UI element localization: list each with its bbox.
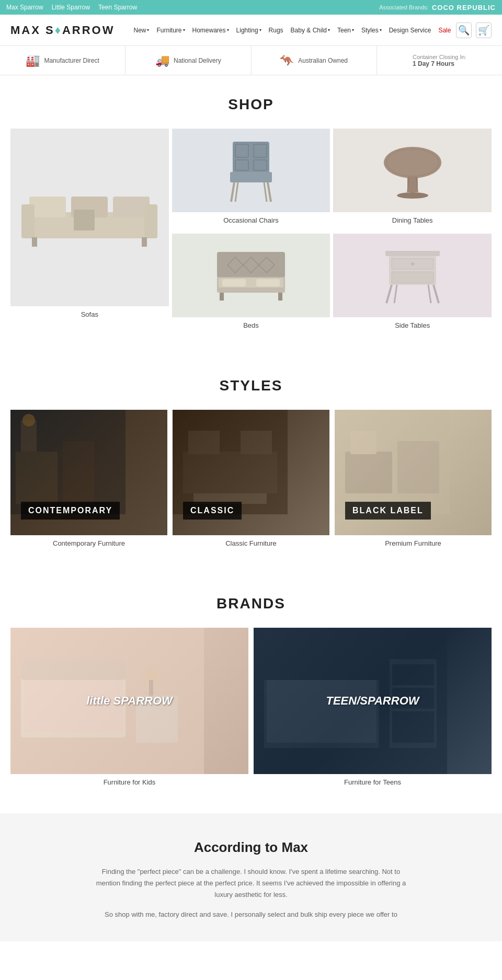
- little-sparrow-image: little SPARROW: [10, 628, 248, 774]
- black-label-illustration: [335, 410, 450, 514]
- little-sparrow-overlay: little SPARROW: [86, 694, 173, 708]
- nav-item-styles[interactable]: Styles ▾: [358, 25, 385, 36]
- top-bar: Max Sparrow Little Sparrow Teen Sparrow …: [0, 0, 502, 15]
- nav-item-new[interactable]: New ▾: [130, 25, 152, 36]
- black-label-overlay: BLACK LABEL: [345, 502, 431, 520]
- svg-rect-53: [188, 431, 220, 454]
- side-table-illustration: [381, 246, 444, 306]
- svg-rect-37: [385, 251, 440, 256]
- svg-rect-57: [345, 452, 392, 493]
- according-title: According to Max: [42, 839, 460, 856]
- svg-point-21: [384, 147, 441, 178]
- style-item-black-label[interactable]: BLACK LABEL Premium Furniture: [335, 410, 492, 554]
- shop-item-dining-tables[interactable]: Dining Tables: [333, 129, 492, 230]
- shop-grid: Sofas: [10, 129, 492, 336]
- svg-rect-36: [278, 293, 282, 301]
- svg-rect-69: [264, 654, 379, 680]
- dining-tables-image: [333, 129, 492, 212]
- teen-sparrow-image: TEEN/SPARROW: [254, 628, 492, 774]
- svg-rect-16: [230, 172, 272, 182]
- chevron-down-icon: ▾: [147, 28, 149, 32]
- nav-item-lighting[interactable]: Lighting ▾: [233, 25, 265, 36]
- container-closing-text: Container Closing In: 1 Day 7 Hours: [413, 54, 466, 67]
- chevron-down-icon: ▾: [380, 28, 382, 32]
- chevron-down-icon: ▾: [259, 28, 261, 32]
- search-button[interactable]: 🔍: [456, 22, 472, 38]
- nav-item-sale[interactable]: Sale: [435, 25, 454, 36]
- manufacturer-icon: 🏭: [26, 54, 40, 67]
- svg-rect-7: [142, 237, 147, 247]
- contemporary-image: CONTEMPORARY: [10, 410, 167, 535]
- australian-icon: 🦘: [280, 54, 294, 67]
- nav-item-baby-child[interactable]: Baby & Child ▾: [288, 25, 333, 36]
- main-nav: MAX S♦ARROW New ▾ Furniture ▾ Homewares …: [0, 15, 502, 46]
- brands-title: BRANDS: [10, 595, 492, 612]
- occasional-chairs-label: Occasional Chairs: [172, 212, 330, 230]
- associated-name[interactable]: COCO REPUBLIC: [432, 4, 496, 11]
- svg-line-20: [264, 182, 267, 202]
- info-bar: 🏭 Manufacturer Direct 🚚 National Deliver…: [0, 46, 502, 75]
- style-item-contemporary[interactable]: CONTEMPORARY Contemporary Furniture: [10, 410, 167, 554]
- svg-rect-35: [220, 293, 224, 301]
- nav-item-furniture[interactable]: Furniture ▾: [153, 25, 188, 36]
- svg-rect-65: [149, 680, 153, 696]
- style-item-classic[interactable]: CLASSIC Classic Furniture: [173, 410, 329, 554]
- svg-line-19: [235, 182, 238, 202]
- contemporary-illustration: [10, 410, 126, 514]
- svg-rect-33: [222, 279, 246, 286]
- beds-label: Beds: [172, 317, 330, 336]
- cart-button[interactable]: 🛒: [476, 22, 492, 38]
- little-sparrow-label: Furniture for Kids: [10, 774, 248, 792]
- sofas-label: Sofas: [10, 306, 169, 325]
- svg-rect-34: [256, 279, 280, 286]
- svg-point-40: [411, 262, 414, 266]
- svg-rect-58: [397, 441, 439, 493]
- according-text-1: Finding the "perfect piece" can be a cha…: [94, 866, 408, 901]
- nav-item-rugs[interactable]: Rugs: [266, 25, 287, 36]
- shop-item-sofas[interactable]: Sofas: [10, 129, 169, 336]
- australian-label: Australian Owned: [298, 57, 348, 64]
- manufacturer-label: Manufacturer Direct: [44, 57, 99, 64]
- shop-item-side-tables[interactable]: Side Tables: [333, 234, 492, 336]
- chevron-down-icon: ▾: [183, 28, 185, 32]
- svg-rect-54: [241, 431, 272, 454]
- svg-rect-70: [267, 680, 376, 743]
- svg-rect-48: [63, 441, 94, 504]
- classic-illustration: [173, 410, 288, 514]
- nav-icon-group: 🔍 🛒: [456, 22, 492, 38]
- styles-section: STYLES CONTEMPORARY Contemporary Furnitu…: [0, 356, 502, 574]
- sofas-image: [10, 129, 169, 306]
- beds-image: [172, 234, 330, 317]
- brand-item-teen-sparrow[interactable]: TEEN/SPARROW Furniture for Teens: [254, 628, 492, 792]
- little-sparrow-link[interactable]: Little Sparrow: [52, 4, 90, 11]
- nav-item-homewares[interactable]: Homewares ▾: [189, 25, 232, 36]
- info-container-closing: Container Closing In: 1 Day 7 Hours: [377, 46, 502, 75]
- svg-rect-59: [350, 431, 376, 454]
- nav-item-design-service[interactable]: Design Service: [386, 25, 435, 36]
- brands-grid: little SPARROW Furniture for Kids: [10, 628, 492, 792]
- svg-rect-74: [392, 711, 434, 743]
- svg-line-17: [231, 182, 234, 202]
- info-national-delivery: 🚚 National Delivery: [126, 46, 251, 75]
- teen-sparrow-label: Furniture for Teens: [254, 774, 492, 792]
- nav-item-teen[interactable]: Teen ▾: [334, 25, 357, 36]
- svg-line-45: [428, 285, 431, 303]
- chevron-down-icon: ▾: [227, 28, 229, 32]
- site-logo[interactable]: MAX S♦ARROW: [10, 24, 115, 37]
- brand-item-little-sparrow[interactable]: little SPARROW Furniture for Kids: [10, 628, 248, 792]
- delivery-icon: 🚚: [155, 54, 169, 67]
- svg-rect-3: [113, 197, 150, 217]
- svg-rect-1: [29, 197, 66, 217]
- svg-rect-62: [21, 659, 126, 680]
- teen-sparrow-link[interactable]: Teen Sparrow: [98, 4, 137, 11]
- current-brand: Max Sparrow: [6, 4, 43, 11]
- classic-overlay: CLASSIC: [183, 502, 242, 520]
- svg-rect-52: [183, 452, 277, 493]
- shop-section: SHOP: [0, 75, 502, 356]
- bed-illustration: [214, 247, 288, 304]
- shop-item-occasional-chairs[interactable]: Occasional Chairs: [172, 129, 330, 230]
- shop-item-beds[interactable]: Beds: [172, 234, 330, 336]
- dining-tables-label: Dining Tables: [333, 212, 492, 230]
- associated-brands: Associated Brands: COCO REPUBLIC: [379, 4, 496, 11]
- chairs-image: [172, 129, 330, 212]
